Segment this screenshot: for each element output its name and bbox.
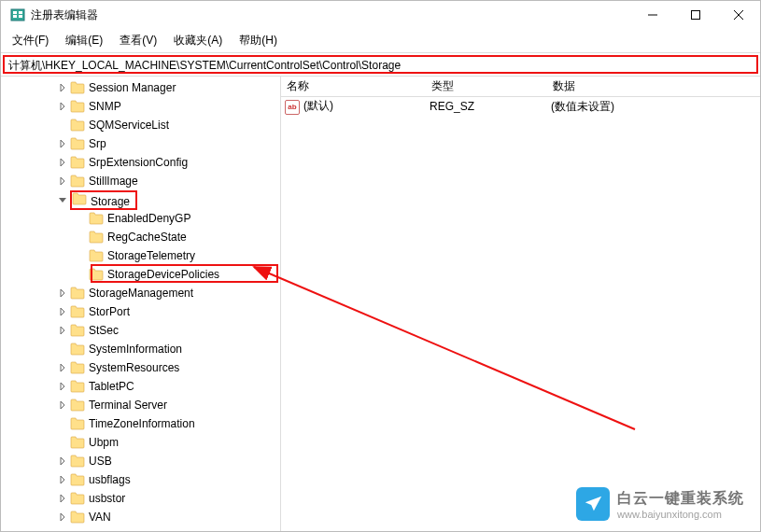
chevron-right-icon[interactable]: [57, 381, 68, 392]
chevron-down-icon[interactable]: [57, 194, 68, 205]
value-row[interactable]: ab(默认)REG_SZ(数值未设置): [281, 97, 760, 116]
expander-none: [57, 119, 68, 131]
folder-icon: [70, 100, 85, 113]
chevron-right-icon[interactable]: [57, 82, 68, 93]
watermark: 白云一键重装系统 www.baiyunxitong.com: [576, 487, 744, 521]
tree-node-sqmservicelist[interactable]: SQMServiceList: [1, 116, 280, 134]
tree-node-usbstor[interactable]: usbstor: [1, 489, 280, 508]
chevron-right-icon[interactable]: [57, 175, 68, 187]
chevron-right-icon[interactable]: [57, 455, 68, 467]
address-bar[interactable]: 计算机\HKEY_LOCAL_MACHINE\SYSTEM\CurrentCon…: [3, 55, 758, 74]
tree-node-label: StillImage: [89, 175, 138, 188]
folder-icon: [70, 175, 85, 188]
chevron-right-icon[interactable]: [57, 362, 68, 373]
svg-rect-2: [13, 15, 17, 18]
col-data[interactable]: 数据: [553, 78, 760, 94]
tree-node-systeminformation[interactable]: SystemInformation: [1, 340, 280, 358]
tree-node-storport[interactable]: StorPort: [1, 302, 280, 321]
folder-icon: [70, 455, 85, 468]
folder-icon: [70, 324, 85, 337]
tree-node-label: VAN: [89, 511, 111, 524]
chevron-right-icon[interactable]: [57, 325, 68, 336]
tree-node-label: StorPort: [89, 305, 130, 318]
chevron-right-icon[interactable]: [57, 101, 68, 112]
folder-icon: [89, 231, 104, 244]
menu-file[interactable]: 文件(F): [5, 31, 56, 50]
tree-node-label: USB: [89, 455, 112, 468]
chevron-right-icon[interactable]: [57, 493, 68, 504]
value-data: (数值未设置): [551, 99, 760, 115]
menu-help[interactable]: 帮助(H): [232, 31, 285, 50]
chevron-right-icon[interactable]: [57, 157, 68, 168]
tree-node-session-manager[interactable]: Session Manager: [1, 78, 280, 97]
folder-icon: [70, 137, 85, 150]
folder-icon: [70, 399, 85, 412]
tree-node-regcachestate[interactable]: RegCacheState: [1, 228, 280, 246]
tree-node-usb[interactable]: USB: [1, 452, 280, 470]
tree-node-stsec[interactable]: StSec: [1, 321, 280, 340]
tree-node-label: Session Manager: [89, 81, 176, 94]
regedit-icon: [10, 7, 25, 22]
chevron-right-icon[interactable]: [57, 474, 68, 485]
tree-node-label: StorageManagement: [89, 287, 193, 300]
tree-node-label: SystemInformation: [89, 343, 182, 356]
chevron-right-icon[interactable]: [57, 138, 68, 149]
maximize-button[interactable]: [674, 1, 717, 29]
tree-node-label: TimeZoneInformation: [89, 417, 195, 430]
tree-node-storagemanagement[interactable]: StorageManagement: [1, 284, 280, 302]
value-panel: 名称 类型 数据 ab(默认)REG_SZ(数值未设置): [281, 77, 760, 531]
tree-node-label: SNMP: [89, 100, 121, 113]
tree-node-ubpm[interactable]: Ubpm: [1, 433, 280, 452]
folder-icon: [70, 492, 85, 505]
tree-node-label: TabletPC: [89, 380, 134, 393]
title-bar: 注册表编辑器: [1, 1, 760, 29]
svg-rect-1: [13, 11, 17, 14]
tree-node-stillimage[interactable]: StillImage: [1, 172, 280, 190]
tree-node-systemresources[interactable]: SystemResources: [1, 358, 280, 377]
folder-icon: [89, 249, 104, 262]
tree-node-enableddenygp[interactable]: EnabledDenyGP: [1, 209, 280, 228]
tree-node-label: StorageDevicePolicies: [107, 268, 219, 281]
tree-node-timezoneinformation[interactable]: TimeZoneInformation: [1, 414, 280, 433]
tree-panel[interactable]: Session ManagerSNMPSQMServiceListSrpSrpE…: [1, 77, 281, 531]
chevron-right-icon[interactable]: [57, 399, 68, 411]
tree-node-label: Ubpm: [89, 436, 119, 449]
minimize-button[interactable]: [631, 1, 674, 29]
tree-node-snmp[interactable]: SNMP: [1, 97, 280, 116]
tree-node-label: RegCacheState: [107, 231, 187, 244]
expander-none: [76, 269, 87, 280]
expander-none: [76, 213, 87, 224]
tree-node-label: EnabledDenyGP: [107, 212, 190, 225]
tree-node-storagetelemetry[interactable]: StorageTelemetry: [1, 246, 280, 265]
tree-node-storagedevicepolicies[interactable]: StorageDevicePolicies: [1, 265, 280, 284]
tree-node-tabletpc[interactable]: TabletPC: [1, 377, 280, 396]
tree-node-usbflags[interactable]: usbflags: [1, 470, 280, 489]
chevron-right-icon[interactable]: [57, 306, 68, 317]
folder-icon: [70, 417, 85, 430]
tree-node-terminal-server[interactable]: Terminal Server: [1, 396, 280, 414]
folder-icon: [70, 511, 85, 524]
menu-favorites[interactable]: 收藏夹(A): [166, 31, 230, 50]
tree-node-srp[interactable]: Srp: [1, 134, 280, 153]
window-title: 注册表编辑器: [31, 7, 631, 23]
col-type[interactable]: 类型: [431, 78, 553, 94]
tree-node-van[interactable]: VAN: [1, 508, 280, 526]
menu-view[interactable]: 查看(V): [112, 31, 164, 50]
svg-rect-4: [19, 15, 22, 18]
svg-rect-6: [692, 11, 700, 20]
menu-edit[interactable]: 编辑(E): [58, 31, 110, 50]
tree-node-srpextensionconfig[interactable]: SrpExtensionConfig: [1, 153, 280, 172]
value-header: 名称 类型 数据: [281, 77, 760, 97]
close-button[interactable]: [717, 1, 760, 29]
expander-none: [76, 250, 87, 261]
tree-node-label: usbstor: [89, 492, 125, 505]
chevron-right-icon[interactable]: [57, 287, 68, 299]
folder-icon: [70, 156, 85, 169]
col-name[interactable]: 名称: [287, 78, 431, 94]
watermark-line1: 白云一键重装系统: [617, 489, 744, 509]
tree-node-storage[interactable]: Storage: [1, 190, 280, 209]
folder-icon: [70, 380, 85, 393]
svg-rect-3: [19, 11, 22, 14]
chevron-right-icon[interactable]: [57, 511, 68, 523]
reg-sz-icon: ab: [285, 100, 300, 115]
